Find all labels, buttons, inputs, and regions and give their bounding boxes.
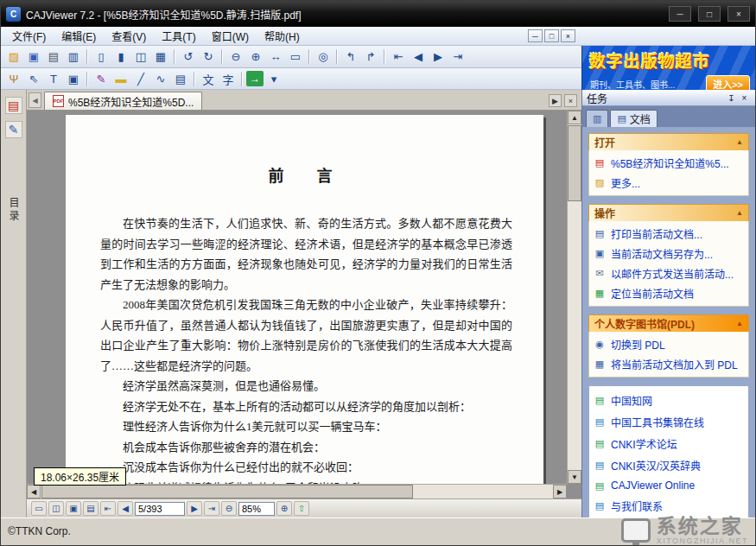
tab-close-icon[interactable]: ×	[564, 94, 577, 107]
mdi-close-button[interactable]: ×	[561, 29, 575, 42]
external-link[interactable]: ▤ CNKI学术论坛	[594, 436, 744, 451]
single-page-icon[interactable]: ▯	[92, 48, 111, 66]
store-banner[interactable]: 数字出版物超市 期刊、工具书、图书... 进入>>	[581, 46, 755, 90]
rotate-right-icon[interactable]: ↻	[199, 48, 218, 66]
next-page-button[interactable]: ▶	[187, 501, 202, 516]
line-tool-icon[interactable]: ╱	[131, 70, 150, 88]
external-link[interactable]: ▤ 与我们联系	[594, 498, 744, 513]
collapse-icon[interactable]: ▲	[736, 320, 743, 327]
task-item-label[interactable]: 定位当前活动文档	[611, 286, 694, 301]
scroll-down-icon[interactable]: ▼	[568, 470, 581, 484]
page-number-input[interactable]	[135, 502, 185, 516]
facing-page-icon[interactable]: ◫	[131, 48, 150, 66]
menu-item[interactable]: 工具(T)	[154, 27, 203, 45]
task-item-label[interactable]: 切换到 PDL	[611, 337, 665, 352]
send-icon[interactable]: →	[246, 71, 264, 86]
pin-icon[interactable]: ↧	[725, 92, 738, 104]
document-tab[interactable]: PDF %5B经济知识全知道%5D...	[44, 92, 202, 110]
external-link-label[interactable]: 与我们联系	[611, 498, 663, 513]
tab-pages[interactable]: ▥	[586, 110, 608, 127]
print-preview-icon[interactable]: ▥	[64, 48, 83, 66]
text-select-icon[interactable]: T	[44, 70, 63, 88]
select-tool-icon[interactable]: ⇖	[24, 70, 43, 88]
continuous-page-icon[interactable]: ▮	[111, 48, 130, 66]
pdl-section-header[interactable]: 个人数字图书馆(PDL) ▲	[588, 314, 749, 332]
menu-item[interactable]: 编辑(E)	[54, 27, 104, 45]
menu-item[interactable]: 查看(V)	[104, 27, 154, 45]
task-item[interactable]: ▤ %5B经济知识全知道%5...	[594, 156, 744, 170]
back-to-top-icon[interactable]: ⇧	[294, 501, 309, 516]
note-icon[interactable]: ▤	[171, 70, 190, 88]
tab-scroll-left-icon[interactable]: ◀	[29, 92, 41, 108]
vertical-scrollbar[interactable]: ▲ ▼	[567, 111, 581, 484]
zoom-level-input[interactable]	[238, 502, 275, 516]
menu-item[interactable]: 文件(F)	[4, 27, 54, 45]
external-link[interactable]: ▤ CAJViewer Online	[594, 479, 744, 492]
char-tool-icon[interactable]: 字	[219, 70, 238, 88]
contents-icon[interactable]: ▤	[5, 97, 22, 114]
horizontal-scrollbar[interactable]: ◀ ▶	[27, 484, 567, 498]
maximize-button[interactable]: □	[698, 6, 721, 22]
external-link-label[interactable]: CAJViewer Online	[611, 479, 695, 492]
next-view-icon[interactable]: ↱	[361, 48, 380, 66]
collapse-icon[interactable]: ▲	[736, 209, 743, 217]
open-icon[interactable]: ▨	[4, 48, 23, 66]
save-icon[interactable]: ▣	[24, 48, 43, 66]
store-enter-button[interactable]: 进入>>	[706, 75, 750, 90]
menu-item[interactable]: 窗口(W)	[204, 27, 257, 45]
zoom-out-icon[interactable]: ⊖	[226, 48, 245, 66]
actions-section-header[interactable]: 操作 ▲	[588, 204, 749, 221]
prev-page-icon[interactable]: ◀	[409, 48, 428, 66]
freehand-icon[interactable]: ∿	[151, 70, 170, 88]
minimize-button[interactable]: ─	[669, 6, 691, 22]
scroll-left-icon[interactable]: ◀	[27, 485, 41, 498]
prev-page-button[interactable]: ◀	[118, 501, 133, 516]
scroll-up-icon[interactable]: ▲	[568, 111, 581, 124]
menu-item[interactable]: 帮助(H)	[257, 27, 308, 45]
actual-size-icon[interactable]: ▭	[286, 48, 305, 66]
previous-view-icon[interactable]: ↰	[341, 48, 360, 66]
task-item-label[interactable]: 打印当前活动文档...	[611, 226, 702, 241]
task-item[interactable]: ✉ 以邮件方式发送当前活动...	[594, 266, 744, 281]
zoom-in-button[interactable]: ⊕	[276, 501, 292, 516]
task-item[interactable]: ▤ 打印当前活动文档...	[594, 226, 744, 241]
vertical-scroll-thumb[interactable]	[568, 125, 581, 201]
task-item[interactable]: ◉ 切换到 PDL	[594, 337, 744, 352]
external-link-label[interactable]: CNKI学术论坛	[611, 436, 677, 451]
close-button[interactable]: ×	[727, 6, 750, 22]
annotation-panel-icon[interactable]: ✎	[5, 121, 22, 138]
external-link-label[interactable]: 中国工具书集锦在线	[611, 415, 704, 429]
fit-width-icon[interactable]: ↔	[266, 48, 285, 66]
print-icon[interactable]: ▤	[44, 48, 63, 66]
collapse-icon[interactable]: ▲	[736, 138, 743, 146]
panel-close-icon[interactable]: ×	[738, 92, 751, 104]
first-page-button[interactable]: ⇤	[100, 501, 116, 516]
external-link[interactable]: ▤ 中国知网	[594, 393, 744, 408]
page-viewport[interactable]: 前 言 在快节奏的生活下，人们追求快、新、奇的生活方式。多数人都不愿意花费大量的…	[27, 111, 567, 484]
task-item-label[interactable]: 更多...	[611, 175, 640, 190]
rotate-left-icon[interactable]: ↺	[179, 48, 198, 66]
tab-scroll-right-icon[interactable]: ▶	[549, 94, 562, 107]
external-link-label[interactable]: CNKI英汉/汉英辞典	[611, 458, 701, 473]
tab-document[interactable]: ▤ 文档	[610, 110, 657, 127]
task-item[interactable]: ▣ 当前活动文档另存为...	[594, 246, 744, 261]
task-item-label[interactable]: 将当前活动文档加入到 PDL	[611, 357, 738, 371]
find-icon[interactable]: ◎	[314, 48, 333, 66]
hand-tool-icon[interactable]: Ψ	[4, 70, 23, 88]
annotation-icon[interactable]: ✎	[92, 70, 111, 88]
fit-page-icon[interactable]: ▭	[31, 501, 47, 516]
contents-tab-label[interactable]: 目录	[6, 197, 21, 223]
dropdown-icon[interactable]: ▾	[264, 70, 283, 88]
fullscreen-icon[interactable]: ▣	[66, 501, 81, 516]
fit-width-icon[interactable]: ◫	[48, 501, 64, 516]
external-link[interactable]: ▤ CNKI英汉/汉英辞典	[594, 458, 744, 473]
scroll-right-icon[interactable]: ▶	[553, 485, 567, 498]
mdi-restore-button[interactable]: □	[544, 29, 559, 42]
thumbnails-icon[interactable]: ▤	[83, 501, 98, 516]
task-item-label[interactable]: 当前活动文档另存为...	[611, 246, 713, 261]
task-item[interactable]: ▨ 更多...	[594, 175, 744, 190]
zoom-in-icon[interactable]: ⊕	[246, 48, 265, 66]
next-page-icon[interactable]: ▶	[429, 48, 448, 66]
text-recognition-icon[interactable]: 文	[199, 70, 218, 88]
zoom-out-button[interactable]: ⊖	[221, 501, 237, 516]
